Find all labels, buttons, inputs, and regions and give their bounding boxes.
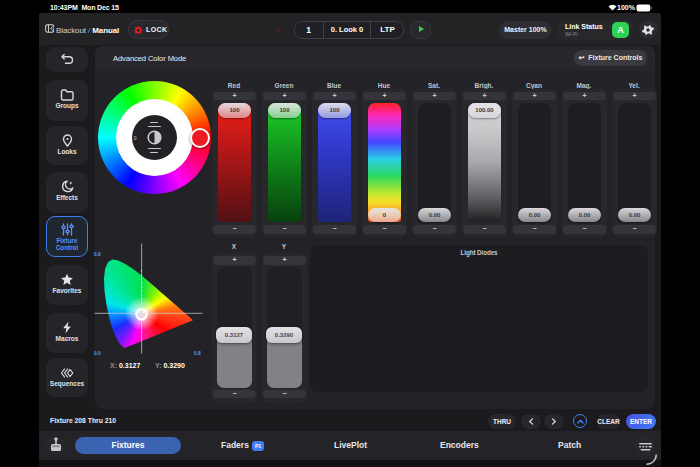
svg-text:0.8: 0.8: [94, 252, 101, 257]
svg-text:0.0: 0.0: [94, 351, 101, 356]
svg-text:0.8: 0.8: [194, 351, 201, 356]
